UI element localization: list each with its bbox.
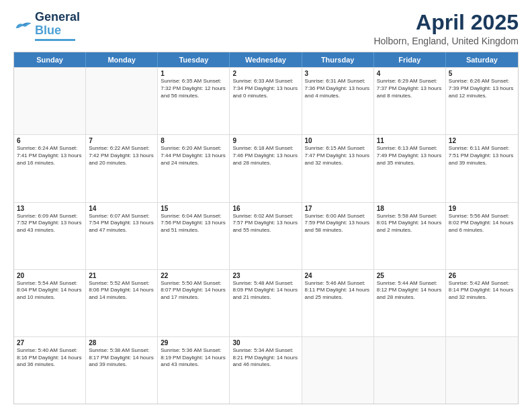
logo-icon: General Blue [13,11,80,41]
empty-cell [374,337,446,404]
header: General Blue April 2025 Holborn, England… [13,11,519,46]
day-cell-25: 25Sunrise: 5:44 AM Sunset: 8:12 PM Dayli… [374,270,446,336]
day-info: Sunrise: 5:54 AM Sunset: 8:04 PM Dayligh… [17,280,83,302]
day-number: 9 [232,137,298,144]
day-info: Sunrise: 6:00 AM Sunset: 7:59 PM Dayligh… [305,213,371,234]
logo-text: General Blue [35,11,80,41]
day-number: 17 [305,205,371,212]
day-cell-16: 16Sunrise: 6:02 AM Sunset: 7:57 PM Dayli… [230,203,302,269]
day-cell-23: 23Sunrise: 5:48 AM Sunset: 8:09 PM Dayli… [230,270,302,336]
day-cell-10: 10Sunrise: 6:15 AM Sunset: 7:47 PM Dayli… [302,135,374,201]
day-info: Sunrise: 6:26 AM Sunset: 7:39 PM Dayligh… [449,78,515,99]
day-info: Sunrise: 6:35 AM Sunset: 7:32 PM Dayligh… [161,78,226,99]
day-of-week-monday: Monday [86,52,158,67]
day-of-week-sunday: Sunday [14,52,86,67]
day-number: 13 [17,205,83,212]
day-number: 25 [377,272,443,279]
day-cell-24: 24Sunrise: 5:46 AM Sunset: 8:11 PM Dayli… [302,270,374,336]
day-cell-26: 26Sunrise: 5:42 AM Sunset: 8:14 PM Dayli… [446,270,518,336]
week-row-4: 20Sunrise: 5:54 AM Sunset: 8:04 PM Dayli… [14,269,518,336]
calendar: SundayMondayTuesdayWednesdayThursdayFrid… [13,52,519,404]
day-cell-14: 14Sunrise: 6:07 AM Sunset: 7:54 PM Dayli… [86,203,158,269]
day-cell-6: 6Sunrise: 6:24 AM Sunset: 7:41 PM Daylig… [14,135,86,201]
day-info: Sunrise: 5:38 AM Sunset: 8:17 PM Dayligh… [89,347,154,369]
day-info: Sunrise: 6:20 AM Sunset: 7:44 PM Dayligh… [161,145,226,167]
day-info: Sunrise: 5:56 AM Sunset: 8:02 PM Dayligh… [449,213,515,234]
day-info: Sunrise: 5:42 AM Sunset: 8:14 PM Dayligh… [449,280,515,302]
day-cell-17: 17Sunrise: 6:00 AM Sunset: 7:59 PM Dayli… [302,203,374,269]
day-info: Sunrise: 5:58 AM Sunset: 8:01 PM Dayligh… [377,213,443,234]
day-cell-3: 3Sunrise: 6:31 AM Sunset: 7:36 PM Daylig… [302,68,374,134]
day-number: 15 [161,205,226,212]
day-number: 22 [161,272,226,279]
day-cell-27: 27Sunrise: 5:40 AM Sunset: 8:16 PM Dayli… [14,337,86,404]
day-number: 23 [232,272,298,279]
day-cell-2: 2Sunrise: 6:33 AM Sunset: 7:34 PM Daylig… [230,68,302,134]
day-number: 21 [89,272,154,279]
day-of-week-saturday: Saturday [446,52,518,67]
calendar-header: SundayMondayTuesdayWednesdayThursdayFrid… [14,52,518,67]
day-info: Sunrise: 5:48 AM Sunset: 8:09 PM Dayligh… [232,280,298,302]
day-number: 26 [449,272,515,279]
day-info: Sunrise: 6:31 AM Sunset: 7:36 PM Dayligh… [305,78,371,99]
day-info: Sunrise: 5:46 AM Sunset: 8:11 PM Dayligh… [305,280,371,302]
day-cell-1: 1Sunrise: 6:35 AM Sunset: 7:32 PM Daylig… [158,68,230,134]
day-number: 5 [449,70,515,77]
day-number: 8 [161,137,226,144]
day-info: Sunrise: 6:11 AM Sunset: 7:51 PM Dayligh… [449,145,515,167]
page: General Blue April 2025 Holborn, England… [0,0,532,411]
day-info: Sunrise: 5:40 AM Sunset: 8:16 PM Dayligh… [17,347,83,369]
day-cell-30: 30Sunrise: 5:34 AM Sunset: 8:21 PM Dayli… [230,337,302,404]
day-cell-13: 13Sunrise: 6:09 AM Sunset: 7:52 PM Dayli… [14,203,86,269]
week-row-1: 1Sunrise: 6:35 AM Sunset: 7:32 PM Daylig… [14,67,518,134]
day-number: 1 [161,70,226,77]
day-info: Sunrise: 6:22 AM Sunset: 7:42 PM Dayligh… [89,145,154,167]
day-number: 2 [232,70,298,77]
day-cell-12: 12Sunrise: 6:11 AM Sunset: 7:51 PM Dayli… [446,135,518,201]
day-of-week-tuesday: Tuesday [158,52,230,67]
day-cell-7: 7Sunrise: 6:22 AM Sunset: 7:42 PM Daylig… [86,135,158,201]
day-number: 18 [377,205,443,212]
day-info: Sunrise: 6:24 AM Sunset: 7:41 PM Dayligh… [17,145,83,167]
day-number: 14 [89,205,154,212]
day-number: 4 [377,70,443,77]
day-number: 24 [305,272,371,279]
day-number: 19 [449,205,515,212]
empty-cell [446,337,518,404]
day-number: 6 [17,137,83,144]
empty-cell [302,337,374,404]
day-info: Sunrise: 6:33 AM Sunset: 7:34 PM Dayligh… [232,78,298,99]
day-info: Sunrise: 6:04 AM Sunset: 7:56 PM Dayligh… [161,213,226,234]
day-cell-20: 20Sunrise: 5:54 AM Sunset: 8:04 PM Dayli… [14,270,86,336]
day-info: Sunrise: 5:50 AM Sunset: 8:07 PM Dayligh… [161,280,226,302]
day-number: 12 [449,137,515,144]
logo-bird-icon [13,18,32,33]
day-info: Sunrise: 6:29 AM Sunset: 7:37 PM Dayligh… [377,78,443,99]
day-info: Sunrise: 5:44 AM Sunset: 8:12 PM Dayligh… [377,280,443,302]
day-number: 29 [161,339,226,347]
day-info: Sunrise: 6:18 AM Sunset: 7:46 PM Dayligh… [232,145,298,167]
week-row-2: 6Sunrise: 6:24 AM Sunset: 7:41 PM Daylig… [14,134,518,201]
day-number: 11 [377,137,443,144]
empty-cell [14,68,86,134]
day-cell-18: 18Sunrise: 5:58 AM Sunset: 8:01 PM Dayli… [374,203,446,269]
day-cell-15: 15Sunrise: 6:04 AM Sunset: 7:56 PM Dayli… [158,203,230,269]
day-info: Sunrise: 5:52 AM Sunset: 8:06 PM Dayligh… [89,280,154,302]
day-cell-22: 22Sunrise: 5:50 AM Sunset: 8:07 PM Dayli… [158,270,230,336]
location: Holborn, England, United Kingdom [373,36,519,46]
day-number: 10 [305,137,371,144]
day-number: 3 [305,70,371,77]
day-number: 28 [89,339,154,347]
day-info: Sunrise: 6:09 AM Sunset: 7:52 PM Dayligh… [17,213,83,234]
logo: General Blue [13,11,80,41]
week-row-3: 13Sunrise: 6:09 AM Sunset: 7:52 PM Dayli… [14,202,518,269]
day-info: Sunrise: 6:07 AM Sunset: 7:54 PM Dayligh… [89,213,154,234]
day-of-week-wednesday: Wednesday [230,52,302,67]
empty-cell [86,68,158,134]
day-info: Sunrise: 5:34 AM Sunset: 8:21 PM Dayligh… [232,347,298,369]
day-of-week-thursday: Thursday [302,52,374,67]
day-of-week-friday: Friday [374,52,446,67]
day-number: 30 [232,339,298,347]
day-cell-29: 29Sunrise: 5:36 AM Sunset: 8:19 PM Dayli… [158,337,230,404]
day-cell-19: 19Sunrise: 5:56 AM Sunset: 8:02 PM Dayli… [446,203,518,269]
